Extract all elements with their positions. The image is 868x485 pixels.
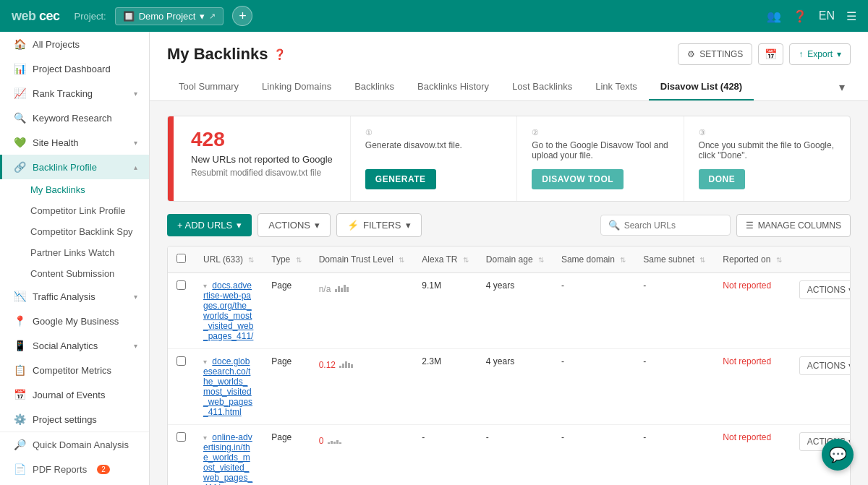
competitor-icon: 📋 <box>14 364 25 376</box>
sidebar-item-quick-domain-analysis[interactable]: 🔎 Quick Domain Analysis <box>0 432 149 457</box>
tab-lost-backlinks[interactable]: Lost Backlinks <box>501 74 584 100</box>
project-label: Project: <box>75 11 106 22</box>
select-all-checkbox[interactable] <box>176 254 186 263</box>
row-checkbox-cell <box>168 349 195 425</box>
generate-button[interactable]: GENERATE <box>365 169 436 189</box>
same-subnet-cell: - <box>634 273 714 349</box>
main-content: My Backlinks ❓ ⚙ SETTINGS 📅 ↑ Export ▾ <box>150 32 868 485</box>
url-link[interactable]: doce.globesearch.co/the_worlds_most_visi… <box>203 356 252 417</box>
step-1-number: ① <box>365 128 502 137</box>
domain-age-cell: - <box>477 425 553 486</box>
search-input[interactable] <box>624 220 723 231</box>
bar-chart <box>335 280 349 292</box>
expand-icon[interactable]: ▾ <box>203 434 207 442</box>
sidebar-item-traffic-analysis[interactable]: 📉 Traffic Analysis ▾ <box>0 284 149 309</box>
add-urls-button[interactable]: + ADD URLS ▾ <box>167 214 252 236</box>
same-subnet-header: Same subnet ⇅ <box>634 246 714 273</box>
chat-icon: 💬 <box>829 446 847 463</box>
page-header: My Backlinks ❓ ⚙ SETTINGS 📅 ↑ Export ▾ <box>150 32 868 101</box>
sidebar-item-project-settings[interactable]: ⚙️ Project settings <box>0 407 149 432</box>
row-checkbox[interactable] <box>176 280 186 290</box>
add-project-button[interactable]: + <box>232 6 252 26</box>
sidebar-item-rank-tracking[interactable]: 📈 Rank Tracking ▾ <box>0 81 149 106</box>
sidebar-item-google-my-business[interactable]: 📍 Google My Business <box>0 309 149 333</box>
sidebar-item-backlink-profile[interactable]: 🔗 Backlink Profile ▴ <box>0 155 149 179</box>
language-selector[interactable]: EN <box>819 9 835 22</box>
expand-icon[interactable]: ▾ <box>203 358 207 366</box>
logo: web cec <box>12 9 60 24</box>
row-checkbox-cell <box>168 273 195 349</box>
sidebar-item-social-analytics[interactable]: 📱 Social Analytics ▾ <box>0 333 149 358</box>
sidebar-label-journal-of-events: Journal of Events <box>33 390 105 400</box>
help-circle-icon[interactable]: ❓ <box>273 48 286 60</box>
settings-button[interactable]: ⚙ SETTINGS <box>678 43 752 65</box>
manage-columns-button[interactable]: ☰ MANAGE COLUMNS <box>736 214 851 237</box>
tab-link-texts[interactable]: Link Texts <box>584 74 649 100</box>
backlink-icon: 🔗 <box>14 161 25 173</box>
sidebar-label-project-settings: Project settings <box>33 414 97 425</box>
sidebar-item-journal-of-events[interactable]: 📅 Journal of Events <box>0 382 149 407</box>
sidebar-label-rank-tracking: Rank Tracking <box>33 88 93 99</box>
sidebar-sub-my-backlinks[interactable]: My Backlinks <box>0 179 149 200</box>
export-button[interactable]: ↑ Export ▾ <box>789 43 851 65</box>
tab-backlinks[interactable]: Backlinks <box>343 74 406 100</box>
url-link[interactable]: docs.advertise-web-pages.org/the_worlds_… <box>203 280 253 341</box>
tab-tool-summary[interactable]: Tool Summary <box>167 74 250 100</box>
sidebar-label-project-dashboard: Project Dashboard <box>33 64 111 74</box>
settings-icon: ⚙️ <box>14 413 25 425</box>
disavow-count-section: 428 New URLs not reported to Google Resu… <box>174 116 351 201</box>
content-area: 428 New URLs not reported to Google Resu… <box>150 101 868 485</box>
actions-button[interactable]: ACTIONS ▾ <box>258 213 331 237</box>
row-actions-button[interactable]: ACTIONS ▾ <box>799 280 851 299</box>
sidebar-sub-competitor-link-profile[interactable]: Competitor Link Profile <box>0 200 149 221</box>
sidebar-item-all-projects[interactable]: 🏠 All Projects <box>0 32 149 56</box>
search-icon: 🔍 <box>608 220 620 231</box>
domain-age-cell: 4 years <box>477 349 553 425</box>
row-checkbox[interactable] <box>176 432 186 442</box>
filters-button[interactable]: ⚡ FILTERS ▾ <box>336 213 422 237</box>
reported-on-cell: Not reported <box>714 349 790 425</box>
sidebar-item-seo-leads[interactable]: 💡 SEO Leads <box>0 481 149 485</box>
tab-more-button[interactable]: ▾ <box>833 74 851 100</box>
sidebar-item-competitor-metrics[interactable]: 📋 Competitor Metrics <box>0 358 149 382</box>
tab-disavow-list[interactable]: Disavow List (428) <box>649 74 754 100</box>
tab-backlinks-history[interactable]: Backlinks History <box>406 74 501 100</box>
chevron-down-icon: ▾ <box>237 220 242 231</box>
disavow-tool-button[interactable]: DISAVOW TOOL <box>532 169 624 189</box>
table-row: ▾ online-advertising.in/the_worlds_most_… <box>168 425 851 486</box>
disavow-step-3: ③ Once you submit the file to Google, cl… <box>684 116 850 201</box>
sidebar-label-site-health: Site Health <box>33 137 79 148</box>
sidebar-item-site-health[interactable]: 💚 Site Health ▾ <box>0 130 149 155</box>
same-domain-cell: - <box>553 425 634 486</box>
menu-icon[interactable]: ☰ <box>846 9 856 23</box>
row-actions-button[interactable]: ACTIONS ▾ <box>799 356 851 375</box>
chevron-icon: ▴ <box>134 163 137 171</box>
calendar-button[interactable]: 📅 <box>758 43 783 65</box>
disavow-sub-description: Resubmit modified disavow.txt file <box>191 168 333 178</box>
row-checkbox[interactable] <box>176 356 186 366</box>
tab-linking-domains[interactable]: Linking Domains <box>250 74 343 100</box>
expand-icon[interactable]: ▾ <box>203 282 207 290</box>
sidebar-label-social-analytics: Social Analytics <box>33 340 98 351</box>
sidebar-sub-content-submission[interactable]: Content Submission <box>0 263 149 284</box>
sidebar-item-pdf-reports[interactable]: 📄 PDF Reports 2 <box>0 457 149 481</box>
url-link[interactable]: online-advertising.in/the_worlds_most_vi… <box>203 432 252 485</box>
help-icon[interactable]: ❓ <box>793 9 807 23</box>
type-cell: Page <box>263 425 310 486</box>
backlinks-table: URL (633) ⇅ Type ⇅ Domain Trust Level ⇅ <box>167 246 851 485</box>
sidebar-sub-competitor-backlink-spy[interactable]: Competitor Backlink Spy <box>0 221 149 242</box>
chat-button[interactable]: 💬 <box>822 439 854 471</box>
sidebar-sub-partner-links-watch[interactable]: Partner Links Watch <box>0 242 149 263</box>
same-subnet-cell: - <box>634 425 714 486</box>
sidebar-item-project-dashboard[interactable]: 📊 Project Dashboard <box>0 56 149 81</box>
nav-right: 👥 ❓ EN ☰ <box>767 9 856 23</box>
chevron-icon: ▾ <box>134 139 137 147</box>
done-button[interactable]: DONE <box>699 169 746 189</box>
disavow-description: New URLs not reported to Google <box>191 154 333 165</box>
users-icon[interactable]: 👥 <box>767 9 781 23</box>
filter-icon: ⚡ <box>347 220 359 231</box>
red-bar <box>168 116 174 201</box>
sidebar-item-keyword-research[interactable]: 🔍 Keyword Research <box>0 106 149 130</box>
sidebar-label-quick-domain-analysis: Quick Domain Analysis <box>33 439 129 450</box>
project-selector[interactable]: 🔲 Demo Project ▾ ↗ <box>115 7 224 25</box>
